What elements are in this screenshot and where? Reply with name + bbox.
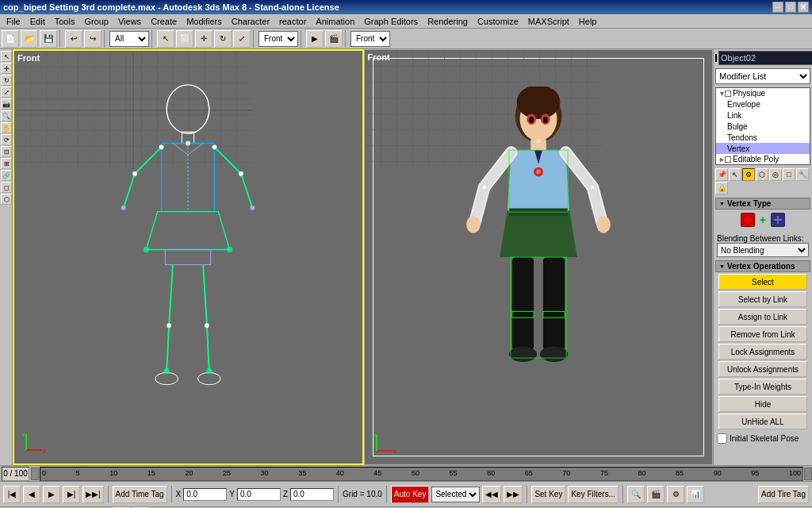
- viewport-left[interactable]: Front: [13, 49, 364, 465]
- selected-dropdown[interactable]: Selected: [431, 487, 480, 502]
- select-rect-btn[interactable]: ⬜: [176, 30, 193, 48]
- tool-link[interactable]: 🔗: [1, 170, 12, 181]
- render-small-btn[interactable]: 🎬: [647, 486, 665, 503]
- timeline-right-scroll[interactable]: [804, 468, 812, 480]
- menu-help[interactable]: Help: [574, 16, 602, 27]
- minimize-button[interactable]: ─: [772, 2, 783, 13]
- stack-item-physique[interactable]: ▼ Physique: [716, 88, 810, 98]
- stack-sub-link[interactable]: Link: [716, 110, 810, 121]
- tool-move[interactable]: ✛: [1, 63, 12, 74]
- stack-sub-tendons[interactable]: Tendons: [716, 132, 810, 143]
- stack-item-editable-poly[interactable]: ► Editable Poly: [716, 154, 810, 164]
- go-start-btn[interactable]: |◀: [3, 486, 21, 503]
- tool-arc[interactable]: ⟳: [1, 134, 12, 145]
- vertex-type-header[interactable]: Vertex Type: [715, 198, 810, 210]
- filter-dropdown[interactable]: All: [109, 31, 149, 47]
- remove-from-link-button[interactable]: Remove from Link: [718, 326, 807, 342]
- menu-modifiers[interactable]: Modifiers: [182, 16, 227, 27]
- tool-pan[interactable]: ✋: [1, 122, 12, 133]
- hide-button[interactable]: Hide: [718, 396, 807, 412]
- render-frame-btn[interactable]: 🎬: [325, 30, 343, 48]
- undo-btn[interactable]: ↩: [65, 30, 82, 48]
- render-btn[interactable]: ▶: [306, 30, 324, 48]
- move-btn[interactable]: ✛: [195, 30, 213, 48]
- assign-to-link-button[interactable]: Assign to Link: [718, 309, 807, 325]
- key-next-btn[interactable]: ▶▶: [504, 486, 523, 503]
- utility-icon-btn[interactable]: 🔧: [796, 168, 809, 181]
- motion-icon-btn[interactable]: ◎: [769, 168, 782, 181]
- timeline-position[interactable]: 0 / 100: [2, 467, 29, 481]
- menu-customize[interactable]: Customize: [473, 16, 523, 27]
- display-icon-btn[interactable]: □: [783, 168, 795, 181]
- select-button[interactable]: Select: [718, 274, 807, 290]
- menu-tools[interactable]: Tools: [50, 16, 80, 27]
- select-btn[interactable]: ↖: [157, 30, 174, 48]
- tool-hierarchy[interactable]: ⬡: [1, 194, 12, 205]
- add-tire-tag-btn[interactable]: Add Tire Tag: [758, 486, 809, 503]
- unhide-all-button[interactable]: UnHide ALL: [718, 414, 807, 429]
- tool-zoom[interactable]: 🔍: [1, 110, 12, 121]
- key-filters-btn[interactable]: Key Filters...: [568, 486, 619, 503]
- vertex-ops-header[interactable]: Vertex Operations: [715, 260, 810, 272]
- object-color-swatch[interactable]: [715, 54, 717, 62]
- vertex-type-red[interactable]: [741, 213, 755, 227]
- vertex-type-blue[interactable]: [771, 213, 785, 227]
- blending-dropdown[interactable]: No Blending: [717, 243, 809, 257]
- lock-assignments-button[interactable]: Lock Assignments: [718, 344, 807, 360]
- initial-skeletal-pose-cb[interactable]: [717, 433, 727, 444]
- physique-vis[interactable]: [725, 90, 731, 97]
- menu-rendering[interactable]: Rendering: [423, 16, 473, 27]
- tool-max[interactable]: ⊞: [1, 158, 12, 169]
- tool-select[interactable]: ↖: [1, 51, 12, 62]
- close-button[interactable]: ✕: [798, 2, 809, 13]
- menu-create[interactable]: Create: [146, 16, 182, 27]
- tool-camera[interactable]: 📷: [1, 98, 12, 110]
- x-field[interactable]: 0.0: [183, 488, 227, 501]
- stack-sub-envelope[interactable]: Envelope: [716, 98, 810, 110]
- menu-maxscript[interactable]: MAXScript: [523, 16, 574, 27]
- play-btn[interactable]: ▶: [43, 486, 60, 503]
- menu-graph-editors[interactable]: Graph Editors: [359, 16, 423, 27]
- new-btn[interactable]: 📄: [2, 30, 19, 48]
- rotate-btn[interactable]: ↻: [214, 30, 232, 48]
- tool-space[interactable]: ◻: [1, 182, 12, 193]
- menu-edit[interactable]: Edit: [25, 16, 50, 27]
- key-prev-btn[interactable]: ◀◀: [482, 486, 501, 503]
- hierarchy-icon-btn[interactable]: ⬡: [756, 168, 768, 181]
- tool-rotate[interactable]: ↻: [1, 75, 12, 86]
- open-btn[interactable]: 📂: [21, 30, 38, 48]
- timeline-left-scroll[interactable]: [31, 468, 39, 480]
- tool-scale[interactable]: ⤢: [1, 87, 12, 98]
- add-time-tag-btn[interactable]: Add Time Tag: [113, 486, 167, 503]
- tool-min[interactable]: ⊡: [1, 146, 12, 157]
- timeline-track[interactable]: 05101520 2530354045 5055606570 758085909…: [40, 467, 803, 481]
- menu-character[interactable]: Character: [227, 16, 274, 27]
- menu-file[interactable]: File: [2, 16, 25, 27]
- misc-btn2[interactable]: 📊: [687, 486, 704, 503]
- scale-btn[interactable]: ⤢: [233, 30, 251, 48]
- y-field[interactable]: 0.0: [237, 488, 281, 501]
- menu-reactor[interactable]: reactor: [274, 16, 311, 27]
- lock-icon-btn[interactable]: 🔒: [715, 182, 728, 194]
- prev-frame-btn[interactable]: ◀: [23, 486, 40, 503]
- viewport-select2[interactable]: Front: [350, 31, 390, 47]
- redo-btn[interactable]: ↪: [84, 30, 102, 48]
- viewport-right[interactable]: Front: [364, 49, 714, 465]
- active-icon-btn[interactable]: ⚙: [742, 168, 755, 181]
- stack-sub-bulge[interactable]: Bulge: [716, 121, 810, 132]
- select-icon-btn[interactable]: ↖: [729, 168, 741, 181]
- unlock-assignments-button[interactable]: Unlock Assignments: [718, 361, 807, 377]
- type-in-weights-button[interactable]: Type-In Weights: [718, 379, 807, 394]
- menu-views[interactable]: Views: [113, 16, 146, 27]
- menu-animation[interactable]: Animation: [311, 16, 359, 27]
- set-key-btn[interactable]: Set Key: [531, 486, 565, 503]
- go-end-btn[interactable]: ▶▶|: [82, 486, 104, 503]
- stack-sub-vertex[interactable]: Vertex: [716, 143, 810, 154]
- pin-icon-btn[interactable]: 📌: [715, 168, 728, 181]
- editable-poly-vis[interactable]: [725, 156, 731, 163]
- maximize-button[interactable]: □: [785, 2, 796, 13]
- object-name-input[interactable]: [718, 51, 812, 65]
- select-by-link-button[interactable]: Select by Link: [718, 291, 807, 307]
- z-field[interactable]: 0.0: [290, 488, 334, 501]
- modifier-list-dropdown[interactable]: Modifier List: [715, 68, 810, 84]
